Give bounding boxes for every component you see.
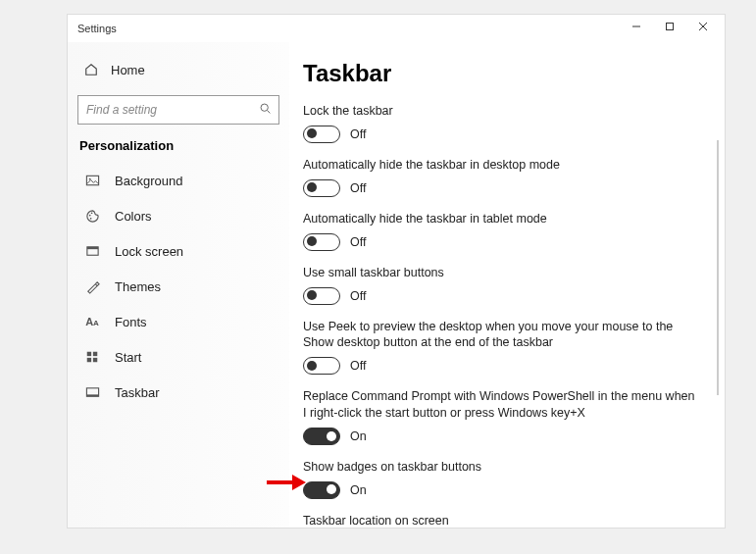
toggle-use-peek[interactable] bbox=[303, 357, 340, 375]
colors-icon bbox=[83, 209, 101, 224]
sidebar-item-background[interactable]: Background bbox=[77, 163, 279, 198]
svg-point-10 bbox=[89, 218, 91, 220]
search-icon bbox=[259, 102, 272, 118]
toggle-small-buttons[interactable] bbox=[303, 287, 340, 305]
taskbar-icon bbox=[83, 385, 101, 400]
setting-replace-cmd: Replace Command Prompt with Windows Powe… bbox=[303, 388, 697, 445]
svg-rect-1 bbox=[667, 24, 674, 30]
sidebar-item-start[interactable]: Start bbox=[77, 339, 279, 375]
toggle-state: Off bbox=[350, 127, 366, 141]
setting-show-badges: Show badges on taskbar buttons On bbox=[303, 459, 697, 499]
start-icon bbox=[83, 350, 101, 364]
svg-rect-18 bbox=[86, 394, 98, 396]
setting-label: Use Peek to preview the desktop when you… bbox=[303, 319, 697, 352]
svg-rect-12 bbox=[86, 246, 97, 248]
search-input[interactable] bbox=[77, 95, 279, 125]
setting-label: Replace Command Prompt with Windows Powe… bbox=[303, 388, 697, 422]
sidebar-item-colors[interactable]: Colors bbox=[77, 198, 279, 233]
close-button[interactable] bbox=[695, 19, 711, 34]
setting-label: Automatically hide the taskbar in tablet… bbox=[303, 211, 697, 227]
window-controls bbox=[629, 19, 721, 34]
toggle-replace-cmd[interactable] bbox=[303, 428, 340, 445]
svg-rect-13 bbox=[87, 352, 91, 356]
setting-lock-taskbar: Lock the taskbar Off bbox=[303, 103, 697, 143]
setting-autohide-tablet: Automatically hide the taskbar in tablet… bbox=[303, 211, 697, 251]
svg-point-4 bbox=[261, 104, 268, 111]
sidebar-home-label: Home bbox=[111, 63, 145, 77]
sidebar-home[interactable]: Home bbox=[77, 52, 279, 87]
toggle-state: Off bbox=[350, 181, 366, 195]
toggle-autohide-desktop[interactable] bbox=[303, 179, 340, 197]
content: Home Personalization Background Color bbox=[68, 42, 725, 528]
sidebar-item-label: Themes bbox=[115, 279, 161, 294]
sidebar-item-label: Lock screen bbox=[115, 244, 183, 259]
fonts-icon: AA bbox=[83, 316, 101, 327]
toggle-state: Off bbox=[350, 359, 366, 373]
background-icon bbox=[83, 174, 101, 188]
svg-line-5 bbox=[268, 111, 271, 114]
toggle-state: On bbox=[350, 483, 367, 497]
sidebar-item-label: Fonts bbox=[115, 315, 147, 329]
setting-label: Automatically hide the taskbar in deskto… bbox=[303, 157, 697, 174]
settings-window: Settings Home Perso bbox=[67, 14, 726, 529]
sidebar-item-label: Taskbar bbox=[115, 385, 160, 400]
sidebar-item-fonts[interactable]: AA Fonts bbox=[77, 304, 279, 339]
setting-small-buttons: Use small taskbar buttons Off bbox=[303, 265, 697, 305]
svg-rect-14 bbox=[93, 352, 97, 356]
setting-label: Taskbar location on screen bbox=[303, 513, 697, 528]
main-panel: Taskbar Lock the taskbar Off Automatical… bbox=[289, 42, 725, 528]
toggle-lock-taskbar[interactable] bbox=[303, 126, 340, 143]
themes-icon bbox=[83, 279, 101, 294]
scrollbar[interactable] bbox=[717, 140, 719, 395]
sidebar-item-lock-screen[interactable]: Lock screen bbox=[77, 233, 279, 269]
sidebar-item-taskbar[interactable]: Taskbar bbox=[77, 375, 279, 410]
toggle-autohide-tablet[interactable] bbox=[303, 233, 340, 251]
svg-rect-15 bbox=[87, 358, 91, 362]
minimize-button[interactable] bbox=[629, 19, 644, 34]
sidebar-item-label: Background bbox=[115, 174, 182, 188]
svg-point-8 bbox=[88, 214, 90, 216]
svg-point-9 bbox=[90, 212, 92, 214]
toggle-state: On bbox=[350, 429, 367, 443]
toggle-state: Off bbox=[350, 289, 366, 303]
setting-label: Use small taskbar buttons bbox=[303, 265, 697, 281]
sidebar-item-themes[interactable]: Themes bbox=[77, 269, 279, 304]
page-title: Taskbar bbox=[303, 60, 697, 87]
sidebar-section-title: Personalization bbox=[77, 138, 279, 153]
maximize-button[interactable] bbox=[662, 19, 678, 34]
setting-autohide-desktop: Automatically hide the taskbar in deskto… bbox=[303, 157, 697, 197]
sidebar-item-label: Start bbox=[115, 350, 141, 365]
lock-screen-icon bbox=[83, 244, 101, 259]
svg-rect-6 bbox=[86, 176, 98, 184]
setting-taskbar-location: Taskbar location on screen Bottom bbox=[303, 513, 697, 528]
svg-rect-16 bbox=[93, 358, 97, 362]
setting-use-peek: Use Peek to preview the desktop when you… bbox=[303, 319, 697, 376]
sidebar-item-label: Colors bbox=[115, 209, 152, 224]
search-box bbox=[77, 95, 279, 125]
toggle-show-badges[interactable] bbox=[303, 481, 340, 499]
titlebar: Settings bbox=[68, 15, 725, 42]
setting-label: Lock the taskbar bbox=[303, 103, 697, 120]
window-title: Settings bbox=[77, 23, 117, 34]
setting-label: Show badges on taskbar buttons bbox=[303, 459, 697, 476]
home-icon bbox=[83, 63, 99, 76]
toggle-state: Off bbox=[350, 235, 366, 249]
sidebar: Home Personalization Background Color bbox=[68, 42, 289, 528]
